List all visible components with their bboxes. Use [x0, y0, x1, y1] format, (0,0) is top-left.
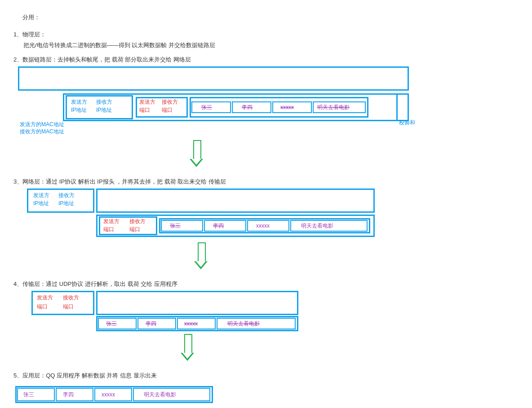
cell-1b: 张三: [170, 223, 181, 230]
udp-send2-c: 端口: [37, 303, 48, 311]
cell-3b: xxxxx: [256, 223, 270, 230]
ip-send1: 发送方: [71, 99, 87, 106]
udp-recv2: 端口: [162, 107, 173, 114]
cell-3c: xxxxx: [184, 320, 198, 328]
ip-send2: IP地址: [71, 107, 87, 114]
mac-check-label: 校验和: [399, 119, 415, 127]
section1-title: 1、物理层：: [13, 31, 521, 39]
ip-send1-b: 发送方: [33, 192, 49, 199]
cell-4b: 明天去看电影: [301, 223, 333, 230]
ip-recv1: 接收方: [96, 99, 112, 106]
udp-recv1-c: 接收方: [63, 294, 79, 302]
app-cell-4: 明天去看电影: [144, 391, 176, 399]
udp-recv2-b: 端口: [129, 226, 140, 233]
udp-recv1: 接收方: [162, 99, 178, 106]
udp-recv2-c: 端口: [63, 303, 74, 311]
mac-sender-label: 发送方的MAC地址: [20, 121, 64, 128]
cell-4: 明天去看电影: [317, 104, 350, 111]
ip-recv2-b: IP地址: [58, 200, 74, 207]
cell-1: 张三: [201, 104, 212, 111]
section3-title: 3、网络层：通过 IP协议 解析出 IP报头 ，并将其去掉，把 载荷 取出来交给…: [13, 178, 521, 186]
arrow-down-icon: [193, 140, 203, 167]
diagram-transport: 发送方 接收方 端口 端口 张三 李四 xxxxx 明天去看电影: [13, 291, 521, 334]
cell-2c: 李四: [146, 320, 156, 328]
app-cell-1: 张三: [23, 391, 34, 399]
diagram-network: 发送方 接收方 IP地址 IP地址 发送方 接收方 端口 端口 张三 李四 xx…: [13, 189, 521, 242]
section2-title: 2、数据链路层：去掉帧头和帧尾，把 载荷 部分取出来并交给 网络层: [13, 56, 521, 64]
udp-send2-b: 端口: [103, 226, 114, 233]
arrow-down-icon: [198, 242, 208, 269]
section5-title: 5、应用层：QQ 应用程序 解析数据 并将 信息 显示出来: [13, 372, 521, 380]
app-cell-2: 李四: [63, 391, 74, 399]
diagram-datalink: 发送方的MAC地址 接收方的MAC地址 校验和 发送方 接收方 IP地址 IP地…: [13, 66, 521, 138]
diagram-application: 张三 李四 xxxxx 明天去看电影: [13, 386, 521, 408]
arrow-down-icon: [184, 334, 194, 361]
section1-desc: 把光/电信号转换成二进制的数据——得到 以太网数据帧 并交给数据链路层: [23, 41, 521, 49]
cell-2: 李四: [242, 104, 253, 111]
cell-2b: 李四: [213, 223, 224, 230]
cell-4c: 明天去看电影: [227, 320, 260, 328]
ip-recv2: IP地址: [96, 107, 112, 114]
cell-3: xxxxx: [280, 104, 294, 111]
udp-recv1-b: 接收方: [129, 218, 146, 225]
ip-recv1-b: 接收方: [58, 192, 75, 199]
udp-send1: 发送方: [139, 99, 155, 106]
app-cell-3: xxxxx: [102, 391, 115, 399]
udp-send1-b: 发送方: [103, 218, 120, 225]
mac-receiver-label: 接收方的MAC地址: [20, 128, 64, 136]
main-heading: 分用：: [13, 13, 521, 22]
udp-send1-c: 发送方: [37, 294, 53, 302]
section4-title: 4、传输层：通过 UDP协议 进行解析，取出 载荷 交给 应用程序: [13, 280, 521, 288]
udp-send2: 端口: [139, 107, 150, 114]
ip-send2-b: IP地址: [33, 200, 49, 207]
cell-1c: 张三: [106, 320, 117, 328]
